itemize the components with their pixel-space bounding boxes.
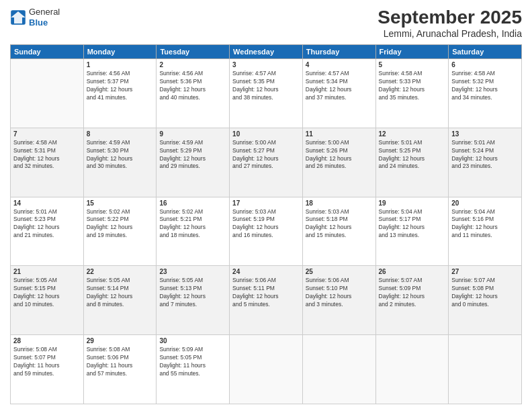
day-number: 8 — [87, 130, 154, 138]
col-saturday: Saturday — [449, 45, 522, 59]
logo-text: General Blue — [29, 7, 60, 28]
table-row: 15Sunrise: 5:02 AM Sunset: 5:22 PM Dayli… — [83, 197, 157, 266]
day-number: 7 — [13, 130, 81, 138]
title-block: September 2025 Lemmi, Arunachal Pradesh,… — [378, 7, 522, 39]
table-row: 13Sunrise: 5:01 AM Sunset: 5:24 PM Dayli… — [449, 128, 522, 197]
day-number: 3 — [232, 61, 300, 68]
col-sunday: Sunday — [11, 45, 84, 59]
cell-content: Sunrise: 4:59 AM Sunset: 5:29 PM Dayligh… — [159, 139, 226, 171]
day-number: 2 — [159, 61, 226, 68]
table-row: 4Sunrise: 4:57 AM Sunset: 5:34 PM Daylig… — [302, 59, 375, 128]
day-number: 28 — [13, 337, 81, 345]
cell-content: Sunrise: 5:04 AM Sunset: 5:16 PM Dayligh… — [451, 208, 519, 240]
table-row: 12Sunrise: 5:01 AM Sunset: 5:25 PM Dayli… — [375, 128, 449, 197]
table-row: 14Sunrise: 5:01 AM Sunset: 5:23 PM Dayli… — [11, 197, 84, 266]
calendar-week-row: 21Sunrise: 5:05 AM Sunset: 5:15 PM Dayli… — [11, 266, 522, 335]
calendar-header-row: Sunday Monday Tuesday Wednesday Thursday… — [11, 45, 522, 59]
logo-general: General — [29, 7, 60, 17]
day-number: 14 — [13, 199, 81, 207]
logo-icon — [10, 9, 26, 26]
cell-content: Sunrise: 5:07 AM Sunset: 5:08 PM Dayligh… — [451, 277, 519, 309]
table-row: 20Sunrise: 5:04 AM Sunset: 5:16 PM Dayli… — [449, 197, 522, 266]
cell-content: Sunrise: 5:08 AM Sunset: 5:07 PM Dayligh… — [13, 346, 81, 378]
cell-content: Sunrise: 4:56 AM Sunset: 5:36 PM Dayligh… — [159, 70, 226, 102]
day-number: 5 — [379, 61, 446, 68]
month-title: September 2025 — [378, 7, 522, 28]
day-number: 22 — [87, 268, 154, 275]
table-row: 11Sunrise: 5:00 AM Sunset: 5:26 PM Dayli… — [302, 128, 375, 197]
table-row: 24Sunrise: 5:06 AM Sunset: 5:11 PM Dayli… — [230, 266, 303, 335]
day-number: 17 — [232, 199, 300, 207]
table-row: 29Sunrise: 5:08 AM Sunset: 5:06 PM Dayli… — [83, 335, 157, 404]
table-row: 30Sunrise: 5:09 AM Sunset: 5:05 PM Dayli… — [157, 335, 230, 404]
cell-content: Sunrise: 5:04 AM Sunset: 5:17 PM Dayligh… — [379, 208, 446, 240]
table-row: 6Sunrise: 4:58 AM Sunset: 5:32 PM Daylig… — [449, 59, 522, 128]
page: General Blue September 2025 Lemmi, Aruna… — [0, 0, 532, 411]
day-number: 4 — [306, 61, 373, 68]
table-row — [302, 335, 375, 404]
day-number: 30 — [159, 337, 226, 345]
col-wednesday: Wednesday — [230, 45, 303, 59]
cell-content: Sunrise: 4:56 AM Sunset: 5:37 PM Dayligh… — [87, 70, 154, 102]
table-row — [375, 335, 449, 404]
cell-content: Sunrise: 5:08 AM Sunset: 5:06 PM Dayligh… — [87, 346, 154, 378]
cell-content: Sunrise: 5:00 AM Sunset: 5:26 PM Dayligh… — [306, 139, 373, 171]
cell-content: Sunrise: 5:05 AM Sunset: 5:13 PM Dayligh… — [159, 277, 226, 309]
cell-content: Sunrise: 5:01 AM Sunset: 5:23 PM Dayligh… — [13, 208, 81, 240]
table-row: 22Sunrise: 5:05 AM Sunset: 5:14 PM Dayli… — [83, 266, 157, 335]
cell-content: Sunrise: 4:58 AM Sunset: 5:32 PM Dayligh… — [451, 70, 519, 102]
day-number: 16 — [159, 199, 226, 207]
table-row: 2Sunrise: 4:56 AM Sunset: 5:36 PM Daylig… — [157, 59, 230, 128]
cell-content: Sunrise: 5:06 AM Sunset: 5:10 PM Dayligh… — [306, 277, 373, 309]
table-row: 1Sunrise: 4:56 AM Sunset: 5:37 PM Daylig… — [83, 59, 157, 128]
day-number: 13 — [451, 130, 519, 138]
day-number: 29 — [87, 337, 154, 345]
col-thursday: Thursday — [302, 45, 375, 59]
day-number: 18 — [306, 199, 373, 207]
day-number: 20 — [451, 199, 519, 207]
col-friday: Friday — [375, 45, 449, 59]
logo-blue: Blue — [29, 17, 60, 28]
cell-content: Sunrise: 5:07 AM Sunset: 5:09 PM Dayligh… — [379, 277, 446, 309]
cell-content: Sunrise: 4:59 AM Sunset: 5:30 PM Dayligh… — [87, 139, 154, 171]
cell-content: Sunrise: 5:02 AM Sunset: 5:22 PM Dayligh… — [87, 208, 154, 240]
day-number: 1 — [87, 61, 154, 68]
cell-content: Sunrise: 5:00 AM Sunset: 5:27 PM Dayligh… — [232, 139, 300, 171]
cell-content: Sunrise: 5:09 AM Sunset: 5:05 PM Dayligh… — [159, 346, 226, 378]
table-row: 28Sunrise: 5:08 AM Sunset: 5:07 PM Dayli… — [11, 335, 84, 404]
day-number: 10 — [232, 130, 300, 138]
table-row — [230, 335, 303, 404]
cell-content: Sunrise: 4:57 AM Sunset: 5:34 PM Dayligh… — [306, 70, 373, 102]
header: General Blue September 2025 Lemmi, Aruna… — [10, 7, 522, 39]
calendar: Sunday Monday Tuesday Wednesday Thursday… — [10, 44, 522, 404]
table-row: 25Sunrise: 5:06 AM Sunset: 5:10 PM Dayli… — [302, 266, 375, 335]
day-number: 24 — [232, 268, 300, 275]
table-row: 10Sunrise: 5:00 AM Sunset: 5:27 PM Dayli… — [230, 128, 303, 197]
col-monday: Monday — [83, 45, 157, 59]
day-number: 27 — [451, 268, 519, 275]
table-row: 21Sunrise: 5:05 AM Sunset: 5:15 PM Dayli… — [11, 266, 84, 335]
day-number: 25 — [306, 268, 373, 275]
table-row: 16Sunrise: 5:02 AM Sunset: 5:21 PM Dayli… — [157, 197, 230, 266]
table-row: 19Sunrise: 5:04 AM Sunset: 5:17 PM Dayli… — [375, 197, 449, 266]
cell-content: Sunrise: 5:02 AM Sunset: 5:21 PM Dayligh… — [159, 208, 226, 240]
table-row: 23Sunrise: 5:05 AM Sunset: 5:13 PM Dayli… — [157, 266, 230, 335]
calendar-week-row: 7Sunrise: 4:58 AM Sunset: 5:31 PM Daylig… — [11, 128, 522, 197]
cell-content: Sunrise: 4:58 AM Sunset: 5:31 PM Dayligh… — [13, 139, 81, 171]
table-row: 17Sunrise: 5:03 AM Sunset: 5:19 PM Dayli… — [230, 197, 303, 266]
logo: General Blue — [10, 7, 60, 28]
cell-content: Sunrise: 4:57 AM Sunset: 5:35 PM Dayligh… — [232, 70, 300, 102]
table-row — [449, 335, 522, 404]
cell-content: Sunrise: 5:06 AM Sunset: 5:11 PM Dayligh… — [232, 277, 300, 309]
table-row: 3Sunrise: 4:57 AM Sunset: 5:35 PM Daylig… — [230, 59, 303, 128]
cell-content: Sunrise: 5:03 AM Sunset: 5:18 PM Dayligh… — [306, 208, 373, 240]
day-number: 15 — [87, 199, 154, 207]
table-row: 26Sunrise: 5:07 AM Sunset: 5:09 PM Dayli… — [375, 266, 449, 335]
table-row: 7Sunrise: 4:58 AM Sunset: 5:31 PM Daylig… — [11, 128, 84, 197]
day-number: 19 — [379, 199, 446, 207]
table-row: 18Sunrise: 5:03 AM Sunset: 5:18 PM Dayli… — [302, 197, 375, 266]
cell-content: Sunrise: 5:03 AM Sunset: 5:19 PM Dayligh… — [232, 208, 300, 240]
day-number: 9 — [159, 130, 226, 138]
table-row: 9Sunrise: 4:59 AM Sunset: 5:29 PM Daylig… — [157, 128, 230, 197]
table-row: 5Sunrise: 4:58 AM Sunset: 5:33 PM Daylig… — [375, 59, 449, 128]
